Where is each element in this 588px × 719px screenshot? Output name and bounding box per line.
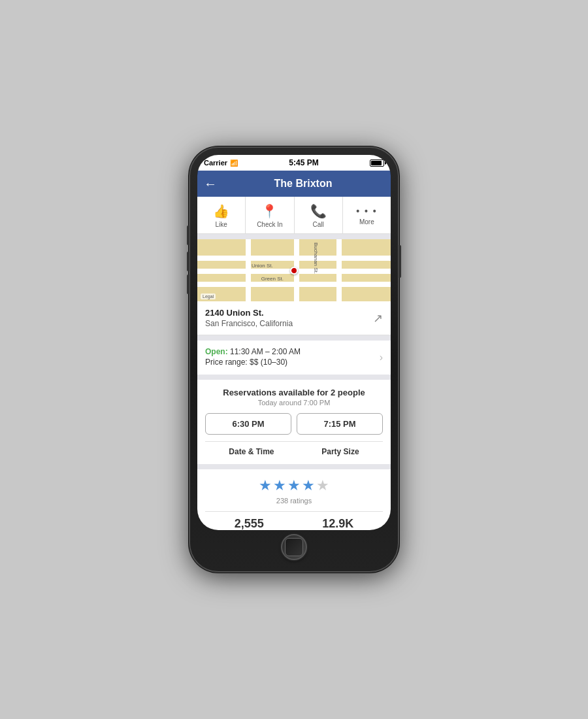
star-3: ★ [287, 477, 301, 494]
hours-chevron-icon: › [380, 352, 383, 363]
buchanan-st-label: Buchanan St. [313, 242, 319, 274]
carrier-label: Carrier [204, 159, 227, 167]
back-button[interactable]: ← [204, 176, 217, 192]
phone-screen: Carrier 📶 5:45 PM ← The Brixton 👍 Like [197, 155, 391, 530]
stat-2: 12.9K [322, 517, 353, 530]
hours-times: 11:30 AM – 2:00 AM [230, 347, 301, 356]
street-v1 [246, 239, 251, 301]
page-title: The Brixton [222, 178, 384, 190]
stars-row: ★ ★ ★ ★ ★ [205, 477, 383, 494]
date-time-option[interactable]: Date & Time [229, 447, 274, 456]
stats-row: 2,555 12.9K [205, 511, 383, 530]
like-label: Like [215, 221, 227, 228]
union-st-label: Union St. [252, 263, 273, 269]
battery-icon [370, 159, 384, 167]
more-label: More [359, 218, 374, 226]
ratings-section: ★ ★ ★ ★ ★ 238 ratings 2,555 12.9K [197, 469, 391, 530]
price-range: Price range: $$ (10–30) [205, 358, 301, 367]
battery-fill [371, 161, 382, 165]
clock: 5:45 PM [289, 158, 318, 167]
time-slot-1[interactable]: 6:30 PM [205, 413, 291, 435]
nav-bar: ← The Brixton [197, 171, 391, 197]
home-button[interactable] [281, 534, 307, 560]
more-icon: • • • [356, 206, 377, 216]
home-button-inner [285, 538, 303, 556]
checkin-button[interactable]: 📍 Check In [246, 197, 294, 233]
star-5: ★ [316, 477, 329, 494]
address-text: 2140 Union St. San Francisco, California [205, 308, 293, 328]
city-state: San Francisco, California [205, 319, 293, 328]
wifi-icon: 📶 [230, 159, 238, 167]
price-label: Price range: [205, 358, 248, 367]
reservations-title: Reservations available for 2 people [205, 388, 383, 397]
like-icon: 👍 [213, 203, 229, 219]
party-size-option[interactable]: Party Size [321, 447, 359, 456]
reservation-options: Date & Time Party Size [205, 447, 383, 456]
phone-frame: Carrier 📶 5:45 PM ← The Brixton 👍 Like [189, 147, 399, 572]
call-label: Call [313, 221, 324, 228]
call-icon: 📞 [310, 203, 327, 219]
address-section[interactable]: 2140 Union St. San Francisco, California… [197, 301, 391, 335]
stat-1: 2,555 [235, 517, 264, 530]
star-1: ★ [259, 477, 272, 494]
like-button[interactable]: 👍 Like [197, 197, 246, 233]
map-view[interactable]: Union St. Green St. Buchanan St. Legal [197, 239, 391, 301]
reservation-times-row: 6:30 PM 7:15 PM [205, 413, 383, 435]
open-status: Open: [205, 347, 228, 356]
checkin-label: Check In [257, 221, 282, 228]
screen-content: 👍 Like 📍 Check In 📞 Call • • • More [197, 197, 391, 530]
home-button-area [281, 530, 307, 564]
reservations-section: Reservations available for 2 people Toda… [197, 380, 391, 464]
map-legal: Legal [201, 293, 216, 299]
star-2: ★ [273, 477, 286, 494]
reservations-subtitle: Today around 7:00 PM [205, 399, 383, 407]
green-st-label: Green St. [261, 276, 284, 282]
divider [205, 441, 383, 442]
action-row: 👍 Like 📍 Check In 📞 Call • • • More [197, 197, 391, 234]
ratings-count: 238 ratings [205, 497, 383, 505]
open-hours: Open: 11:30 AM – 2:00 AM [205, 347, 301, 356]
directions-arrow-icon: ↗ [373, 311, 383, 326]
status-bar: Carrier 📶 5:45 PM [197, 155, 391, 171]
star-4: ★ [302, 477, 315, 494]
price-value: $$ (10–30) [250, 358, 287, 367]
map-grid: Union St. Green St. Buchanan St. Legal [197, 239, 391, 301]
time-slot-2[interactable]: 7:15 PM [297, 413, 383, 435]
map-pin [290, 267, 298, 275]
hours-info: Open: 11:30 AM – 2:00 AM Price range: $$… [205, 347, 301, 368]
more-button[interactable]: • • • More [343, 197, 391, 233]
street-v3 [336, 239, 342, 301]
status-left: Carrier 📶 [204, 159, 238, 167]
checkin-icon: 📍 [261, 203, 278, 219]
hours-section[interactable]: Open: 11:30 AM – 2:00 AM Price range: $$… [197, 341, 391, 375]
call-button[interactable]: 📞 Call [295, 197, 343, 233]
street-address: 2140 Union St. [205, 308, 293, 318]
status-right [370, 159, 384, 167]
